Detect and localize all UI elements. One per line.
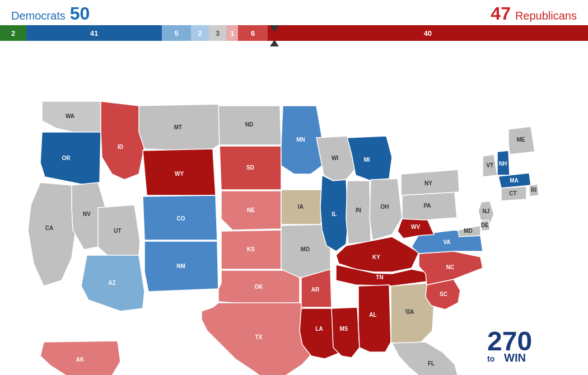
svg-text:GA: GA — [404, 308, 411, 313]
state-CA — [28, 182, 77, 286]
state-CT — [501, 186, 526, 201]
arrow-top — [270, 24, 279, 34]
state-IL — [320, 175, 348, 251]
state-UT — [98, 205, 140, 257]
seg-lean-rep: 6 — [238, 25, 268, 41]
state-IN — [346, 181, 371, 244]
seg-lean-dem: 5 — [162, 25, 192, 41]
state-MI — [347, 136, 392, 181]
dem-label: Democrats — [11, 10, 66, 22]
seg-likely-rep: 40 — [268, 25, 588, 41]
dem-count: 50 — [70, 3, 90, 24]
state-PA — [402, 192, 457, 220]
state-CO — [143, 195, 217, 240]
us-map: WA OR CA NV ID MT UT AZ WY CO NM ND — [0, 45, 588, 375]
state-AL — [358, 285, 391, 352]
seg-toss-dem: 2 — [191, 25, 209, 41]
map-container: WA OR CA NV ID MT UT AZ WY CO NM ND — [0, 45, 588, 375]
state-OR — [40, 132, 101, 185]
state-WV — [398, 218, 434, 238]
progress-bar: 2 41 5 2 3 1 6 40 — [0, 25, 588, 41]
seg-toss: 3 — [209, 25, 227, 41]
state-MT — [139, 104, 221, 151]
state-NY — [401, 170, 459, 195]
state-WY — [143, 149, 216, 195]
rep-header: 47 Republicans — [491, 3, 577, 24]
progress-bar-wrapper: 2 41 5 2 3 1 6 40 — [0, 25, 588, 41]
state-RI — [529, 184, 539, 196]
state-OH — [370, 179, 402, 240]
state-SD — [220, 146, 281, 190]
state-MS — [332, 307, 360, 358]
state-ME — [508, 126, 535, 154]
state-MD — [458, 226, 480, 237]
rep-count: 47 — [491, 3, 511, 24]
arrow-bottom — [270, 39, 279, 49]
state-VT — [483, 154, 497, 177]
state-WA — [42, 101, 101, 135]
header: Democrats 50 47 Republicans — [0, 0, 588, 25]
dem-header: Democrats 50 — [11, 3, 90, 24]
state-IA — [281, 190, 325, 224]
state-KS — [221, 230, 281, 269]
state-DE — [480, 220, 490, 231]
state-OK — [218, 270, 300, 304]
state-TX — [202, 303, 314, 375]
logo-to: to — [487, 354, 494, 363]
state-NC — [419, 251, 483, 285]
seg-safe-dem: 2 — [0, 25, 26, 41]
state-AZ — [81, 255, 144, 311]
state-NE — [221, 191, 281, 230]
logo-win: WIN — [504, 351, 526, 364]
state-NH — [497, 151, 510, 175]
seg-likely-dem: 41 — [26, 25, 162, 41]
state-ND — [218, 106, 281, 145]
rep-label: Republicans — [515, 10, 577, 22]
state-ID — [101, 101, 144, 180]
seg-toss-rep: 1 — [226, 25, 238, 41]
state-MN — [281, 106, 322, 174]
state-NM — [144, 241, 218, 292]
state-FL — [392, 342, 459, 375]
state-AK — [40, 341, 120, 375]
